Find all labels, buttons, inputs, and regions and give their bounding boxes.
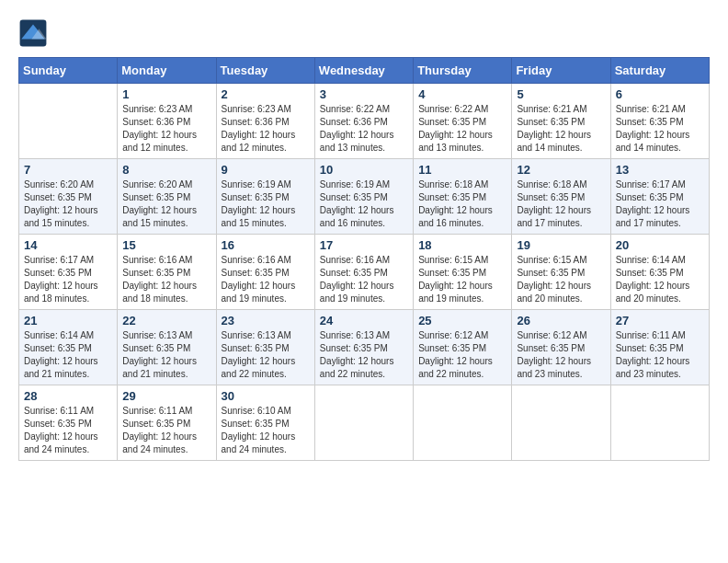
day-number: 30: [222, 389, 310, 403]
calendar-cell: 3Sunrise: 6:22 AM Sunset: 6:36 PM Daylig…: [314, 84, 413, 159]
calendar-cell: 8Sunrise: 6:20 AM Sunset: 6:35 PM Daylig…: [118, 159, 216, 235]
calendar-cell: 29Sunrise: 6:11 AM Sunset: 6:35 PM Dayli…: [118, 385, 216, 461]
calendar-week-1: 1Sunrise: 6:23 AM Sunset: 6:36 PM Daylig…: [19, 84, 710, 159]
day-info: Sunrise: 6:19 AM Sunset: 6:35 PM Dayligh…: [320, 178, 408, 230]
weekday-header-monday: Monday: [118, 58, 216, 84]
calendar-table: SundayMondayTuesdayWednesdayThursdayFrid…: [18, 57, 710, 461]
calendar-body: 1Sunrise: 6:23 AM Sunset: 6:36 PM Daylig…: [19, 84, 710, 461]
day-info: Sunrise: 6:20 AM Sunset: 6:35 PM Dayligh…: [24, 178, 112, 230]
day-number: 12: [517, 163, 605, 177]
day-number: 6: [616, 87, 704, 101]
day-number: 19: [517, 238, 605, 252]
day-info: Sunrise: 6:10 AM Sunset: 6:35 PM Dayligh…: [222, 405, 310, 456]
day-number: 21: [24, 314, 112, 327]
calendar-cell: 1Sunrise: 6:23 AM Sunset: 6:36 PM Daylig…: [118, 84, 216, 159]
day-info: Sunrise: 6:12 AM Sunset: 6:35 PM Dayligh…: [418, 329, 506, 381]
logo: [18, 18, 51, 48]
weekday-header-tuesday: Tuesday: [216, 58, 314, 84]
day-number: 18: [418, 238, 506, 252]
calendar-cell: 12Sunrise: 6:18 AM Sunset: 6:35 PM Dayli…: [512, 159, 610, 235]
day-info: Sunrise: 6:21 AM Sunset: 6:35 PM Dayligh…: [517, 103, 605, 155]
day-number: 7: [24, 163, 112, 177]
day-number: 3: [320, 87, 408, 101]
day-info: Sunrise: 6:12 AM Sunset: 6:35 PM Dayligh…: [517, 329, 605, 381]
calendar-cell: 28Sunrise: 6:11 AM Sunset: 6:35 PM Dayli…: [19, 385, 118, 461]
calendar-week-3: 14Sunrise: 6:17 AM Sunset: 6:35 PM Dayli…: [19, 235, 710, 310]
day-number: 25: [418, 314, 506, 327]
calendar-cell: [414, 385, 512, 461]
day-info: Sunrise: 6:11 AM Sunset: 6:35 PM Dayligh…: [24, 405, 112, 456]
day-number: 26: [517, 314, 605, 327]
day-number: 9: [222, 163, 310, 177]
calendar-cell: 16Sunrise: 6:16 AM Sunset: 6:35 PM Dayli…: [216, 235, 314, 310]
day-info: Sunrise: 6:18 AM Sunset: 6:35 PM Dayligh…: [418, 178, 506, 230]
day-info: Sunrise: 6:17 AM Sunset: 6:35 PM Dayligh…: [24, 254, 112, 305]
calendar-cell: [610, 385, 709, 461]
calendar-cell: [19, 84, 118, 159]
day-number: 4: [418, 87, 506, 101]
calendar-cell: [314, 385, 413, 461]
day-info: Sunrise: 6:17 AM Sunset: 6:35 PM Dayligh…: [616, 178, 704, 230]
day-number: 14: [24, 238, 112, 252]
day-number: 23: [222, 314, 310, 327]
calendar-cell: 2Sunrise: 6:23 AM Sunset: 6:36 PM Daylig…: [216, 84, 314, 159]
day-number: 28: [24, 389, 112, 403]
day-number: 24: [320, 314, 408, 327]
calendar-cell: 9Sunrise: 6:19 AM Sunset: 6:35 PM Daylig…: [216, 159, 314, 235]
day-info: Sunrise: 6:23 AM Sunset: 6:36 PM Dayligh…: [122, 103, 210, 155]
calendar-cell: 20Sunrise: 6:14 AM Sunset: 6:35 PM Dayli…: [610, 235, 709, 310]
calendar-cell: 10Sunrise: 6:19 AM Sunset: 6:35 PM Dayli…: [314, 159, 413, 235]
calendar-cell: 23Sunrise: 6:13 AM Sunset: 6:35 PM Dayli…: [216, 310, 314, 385]
day-info: Sunrise: 6:19 AM Sunset: 6:35 PM Dayligh…: [222, 178, 310, 230]
calendar-week-4: 21Sunrise: 6:14 AM Sunset: 6:35 PM Dayli…: [19, 310, 710, 385]
calendar-week-2: 7Sunrise: 6:20 AM Sunset: 6:35 PM Daylig…: [19, 159, 710, 235]
day-number: 17: [320, 238, 408, 252]
day-info: Sunrise: 6:18 AM Sunset: 6:35 PM Dayligh…: [517, 178, 605, 230]
day-number: 22: [122, 314, 210, 327]
day-info: Sunrise: 6:15 AM Sunset: 6:35 PM Dayligh…: [418, 254, 506, 305]
day-number: 13: [616, 163, 704, 177]
calendar-cell: 18Sunrise: 6:15 AM Sunset: 6:35 PM Dayli…: [414, 235, 512, 310]
calendar-cell: 17Sunrise: 6:16 AM Sunset: 6:35 PM Dayli…: [314, 235, 413, 310]
calendar-cell: 25Sunrise: 6:12 AM Sunset: 6:35 PM Dayli…: [414, 310, 512, 385]
day-number: 11: [418, 163, 506, 177]
calendar-cell: 22Sunrise: 6:13 AM Sunset: 6:35 PM Dayli…: [118, 310, 216, 385]
day-number: 5: [517, 87, 605, 101]
day-number: 29: [122, 389, 210, 403]
day-info: Sunrise: 6:16 AM Sunset: 6:35 PM Dayligh…: [222, 254, 310, 305]
day-info: Sunrise: 6:22 AM Sunset: 6:36 PM Dayligh…: [320, 103, 408, 155]
day-number: 2: [222, 87, 310, 101]
day-number: 16: [222, 238, 310, 252]
day-info: Sunrise: 6:13 AM Sunset: 6:35 PM Dayligh…: [320, 329, 408, 381]
day-info: Sunrise: 6:21 AM Sunset: 6:35 PM Dayligh…: [616, 103, 704, 155]
calendar-cell: 15Sunrise: 6:16 AM Sunset: 6:35 PM Dayli…: [118, 235, 216, 310]
calendar-cell: 19Sunrise: 6:15 AM Sunset: 6:35 PM Dayli…: [512, 235, 610, 310]
day-info: Sunrise: 6:13 AM Sunset: 6:35 PM Dayligh…: [122, 329, 210, 381]
day-info: Sunrise: 6:16 AM Sunset: 6:35 PM Dayligh…: [122, 254, 210, 305]
weekday-header-friday: Friday: [512, 58, 610, 84]
weekday-header-row: SundayMondayTuesdayWednesdayThursdayFrid…: [19, 58, 710, 84]
day-number: 15: [122, 238, 210, 252]
calendar-cell: 11Sunrise: 6:18 AM Sunset: 6:35 PM Dayli…: [414, 159, 512, 235]
logo-icon: [18, 18, 48, 48]
day-info: Sunrise: 6:22 AM Sunset: 6:35 PM Dayligh…: [418, 103, 506, 155]
day-number: 27: [616, 314, 704, 327]
day-info: Sunrise: 6:20 AM Sunset: 6:35 PM Dayligh…: [122, 178, 210, 230]
day-number: 10: [320, 163, 408, 177]
weekday-header-wednesday: Wednesday: [314, 58, 413, 84]
day-info: Sunrise: 6:11 AM Sunset: 6:35 PM Dayligh…: [122, 405, 210, 456]
day-info: Sunrise: 6:14 AM Sunset: 6:35 PM Dayligh…: [24, 329, 112, 381]
calendar-cell: 30Sunrise: 6:10 AM Sunset: 6:35 PM Dayli…: [216, 385, 314, 461]
calendar-cell: 27Sunrise: 6:11 AM Sunset: 6:35 PM Dayli…: [610, 310, 709, 385]
day-info: Sunrise: 6:14 AM Sunset: 6:35 PM Dayligh…: [616, 254, 704, 305]
day-info: Sunrise: 6:13 AM Sunset: 6:35 PM Dayligh…: [222, 329, 310, 381]
day-info: Sunrise: 6:16 AM Sunset: 6:35 PM Dayligh…: [320, 254, 408, 305]
calendar-cell: 13Sunrise: 6:17 AM Sunset: 6:35 PM Dayli…: [610, 159, 709, 235]
day-info: Sunrise: 6:23 AM Sunset: 6:36 PM Dayligh…: [222, 103, 310, 155]
calendar-cell: 5Sunrise: 6:21 AM Sunset: 6:35 PM Daylig…: [512, 84, 610, 159]
calendar-cell: 14Sunrise: 6:17 AM Sunset: 6:35 PM Dayli…: [19, 235, 118, 310]
day-info: Sunrise: 6:15 AM Sunset: 6:35 PM Dayligh…: [517, 254, 605, 305]
calendar-cell: 6Sunrise: 6:21 AM Sunset: 6:35 PM Daylig…: [610, 84, 709, 159]
calendar-cell: 4Sunrise: 6:22 AM Sunset: 6:35 PM Daylig…: [414, 84, 512, 159]
day-info: Sunrise: 6:11 AM Sunset: 6:35 PM Dayligh…: [616, 329, 704, 381]
